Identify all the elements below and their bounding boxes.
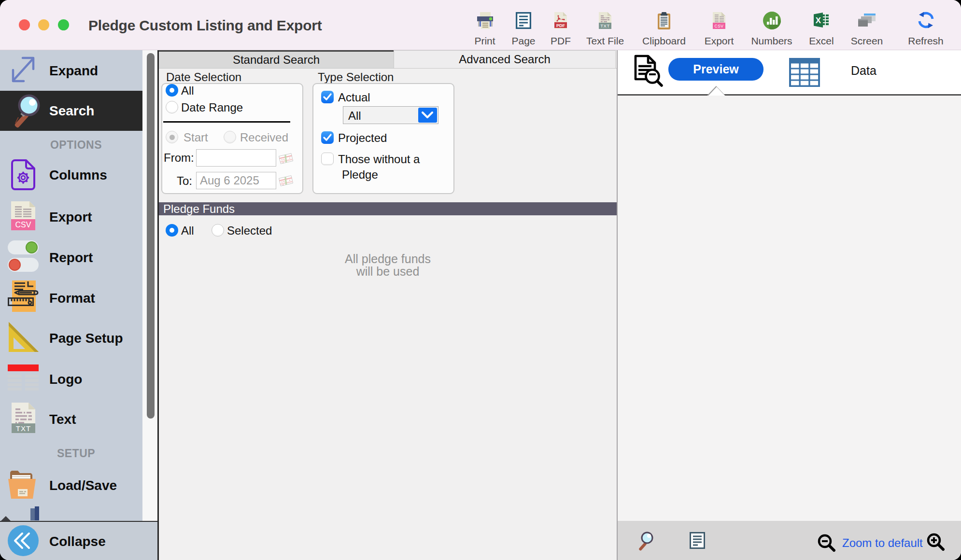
svg-text:CSV: CSV [15,221,31,229]
svg-text:CSV: CSV [715,24,724,28]
svg-text:TXT: TXT [16,424,31,433]
svg-text:TXT: TXT [600,23,609,28]
svg-text:PDF: PDF [556,23,565,28]
svg-text:X: X [816,16,821,25]
